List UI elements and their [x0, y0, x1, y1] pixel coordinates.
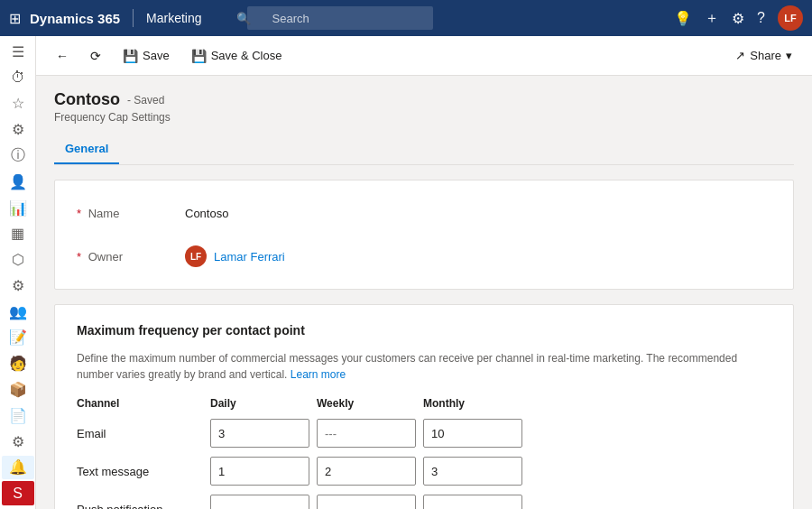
nav-divider — [133, 9, 134, 27]
save-close-label: Save & Close — [211, 49, 282, 62]
col-header-weekly: Weekly — [317, 397, 416, 410]
push-weekly-input[interactable] — [317, 495, 416, 509]
plus-icon[interactable]: ＋ — [705, 9, 719, 28]
page-title-row: Contoso - Saved — [54, 90, 794, 109]
sidebar-item-lists[interactable]: ▦ — [2, 221, 34, 245]
share-label: Share — [750, 49, 781, 62]
sidebar-item-menu[interactable]: ☰ — [2, 40, 34, 64]
text-monthly-input[interactable] — [423, 457, 522, 486]
name-required: * — [77, 207, 81, 220]
main-layout: ☰ ⏱ ☆ ⚙ ⓘ 👤 📊 ▦ ⬡ ⚙ 👥 📝 🧑 📦 📄 ⚙ 🔔 S ← ⟳ … — [0, 36, 812, 509]
sidebar-item-config[interactable]: ⚙ — [2, 273, 34, 298]
email-monthly-input[interactable] — [423, 419, 522, 448]
learn-more-link[interactable]: Learn more — [291, 368, 346, 381]
lightbulb-icon[interactable]: 💡 — [674, 10, 692, 27]
module-name: Marketing — [146, 11, 201, 25]
text-weekly-input[interactable] — [317, 457, 416, 486]
channel-email-label: Email — [77, 427, 203, 440]
help-icon[interactable]: ? — [757, 10, 765, 26]
page-subtitle: Frequency Cap Settings — [54, 111, 794, 124]
frequency-table: Channel Daily Weekly Monthly Email — [77, 397, 771, 509]
owner-required: * — [77, 250, 81, 264]
email-daily-input[interactable] — [210, 419, 309, 448]
text-daily-input[interactable] — [210, 457, 309, 486]
table-row-email: Email — [77, 419, 771, 448]
email-weekly-input[interactable] — [317, 419, 416, 448]
save-close-button[interactable]: 💾 Save & Close — [182, 44, 291, 68]
search-wrapper: 🔍 — [229, 6, 648, 30]
page-content: Contoso - Saved Frequency Cap Settings G… — [36, 76, 812, 509]
sidebar-item-settings[interactable]: ⚙ — [2, 117, 34, 142]
sidebar-item-recent[interactable]: ⏱ — [2, 66, 34, 90]
share-icon: ↗ — [735, 49, 745, 62]
back-icon: ← — [56, 49, 69, 63]
frequency-description: Define the maximum number of commercial … — [77, 350, 771, 383]
user-avatar[interactable]: LF — [778, 5, 803, 31]
description-text: Define the maximum number of commercial … — [77, 352, 737, 381]
save-icon: 💾 — [123, 49, 138, 63]
sidebar-item-notifications[interactable]: 🔔 — [2, 456, 34, 480]
sidebar-item-assets[interactable]: 📦 — [2, 377, 34, 402]
grid-icon[interactable]: ⊞ — [9, 10, 21, 27]
sidebar-item-analytics[interactable]: 📊 — [2, 196, 34, 220]
save-close-icon: 💾 — [191, 49, 207, 63]
col-header-channel: Channel — [77, 397, 203, 410]
content-area: ← ⟳ 💾 Save 💾 Save & Close ↗ Share ▾ — [36, 36, 812, 509]
owner-avatar: LF — [185, 245, 207, 267]
sidebar-item-user[interactable]: S — [2, 481, 34, 505]
back-button[interactable]: ← — [47, 44, 78, 68]
table-row-push: Push notification — [77, 495, 771, 509]
save-label: Save — [143, 49, 170, 62]
owner-row: * Owner LF Lamar Ferrari — [77, 242, 771, 271]
tab-general[interactable]: General — [54, 134, 119, 164]
push-monthly-input[interactable] — [423, 495, 522, 509]
frequency-cap-card: Maximum frequency per contact point Defi… — [54, 304, 794, 509]
channel-text-label: Text message — [77, 465, 203, 478]
sidebar-item-segments[interactable]: ⬡ — [2, 247, 34, 272]
sidebar-item-leads[interactable]: 👥 — [2, 300, 34, 324]
form-card: * Name Contoso * Owner LF Lamar Ferrari — [54, 180, 794, 290]
brand-name: Dynamics 365 — [30, 11, 120, 26]
refresh-icon: ⟳ — [90, 49, 101, 63]
owner-link[interactable]: Lamar Ferrari — [214, 250, 285, 264]
sidebar-item-pinned[interactable]: ☆ — [2, 92, 34, 116]
table-header-row: Channel Daily Weekly Monthly — [77, 397, 771, 410]
share-button[interactable]: ↗ Share ▾ — [726, 44, 801, 67]
tabs-bar: General — [54, 134, 794, 165]
channel-push-label: Push notification — [77, 503, 203, 510]
settings-icon[interactable]: ⚙ — [732, 10, 744, 27]
refresh-button[interactable]: ⟳ — [81, 44, 110, 68]
sidebar-item-forms[interactable]: 📝 — [2, 326, 34, 350]
page-header: Contoso - Saved Frequency Cap Settings — [54, 90, 794, 124]
sidebar-item-gear[interactable]: ⚙ — [2, 430, 34, 454]
table-row-text-message: Text message — [77, 457, 771, 486]
owner-value: LF Lamar Ferrari — [185, 245, 285, 267]
col-header-monthly: Monthly — [423, 397, 522, 410]
search-icon: 🔍 — [236, 12, 251, 25]
share-chevron-icon: ▾ — [786, 49, 792, 62]
name-value: Contoso — [185, 207, 228, 220]
sidebar-item-info[interactable]: ⓘ — [2, 143, 34, 168]
page-title: Contoso — [54, 90, 120, 109]
saved-badge: - Saved — [127, 94, 164, 106]
col-header-daily: Daily — [210, 397, 309, 410]
sidebar-item-docs[interactable]: 📄 — [2, 403, 34, 428]
frequency-section-title: Maximum frequency per contact point — [77, 323, 771, 338]
sidebar: ☰ ⏱ ☆ ⚙ ⓘ 👤 📊 ▦ ⬡ ⚙ 👥 📝 🧑 📦 📄 ⚙ 🔔 S — [0, 36, 36, 509]
top-navigation: ⊞ Dynamics 365 Marketing 🔍 💡 ＋ ⚙ ? LF — [0, 0, 812, 36]
save-button[interactable]: 💾 Save — [114, 44, 179, 68]
nav-actions: 💡 ＋ ⚙ ? LF — [674, 5, 803, 31]
push-daily-input[interactable] — [210, 495, 309, 509]
name-row: * Name Contoso — [77, 199, 771, 227]
command-bar: ← ⟳ 💾 Save 💾 Save & Close ↗ Share ▾ — [36, 36, 812, 76]
search-input[interactable] — [247, 6, 433, 30]
owner-label: * Owner — [77, 250, 185, 264]
sidebar-item-contacts[interactable]: 👤 — [2, 170, 34, 194]
name-label: * Name — [77, 207, 185, 220]
sidebar-item-people[interactable]: 🧑 — [2, 351, 34, 375]
